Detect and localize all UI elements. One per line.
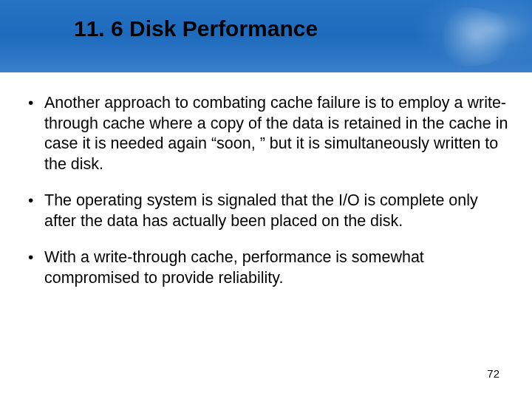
content-area: Another approach to combating cache fail… [0,72,532,288]
bullet-item: The operating system is signaled that th… [24,191,508,231]
bullet-item: With a write-through cache, performance … [24,248,508,288]
bullet-item: Another approach to combating cache fail… [24,93,508,174]
bullet-list: Another approach to combating cache fail… [24,93,508,288]
page-number: 72 [487,367,499,380]
slide-title: 11. 6 Disk Performance [74,16,318,41]
header-banner: 11. 6 Disk Performance [0,0,532,72]
header-decoration-graphic [399,0,532,72]
